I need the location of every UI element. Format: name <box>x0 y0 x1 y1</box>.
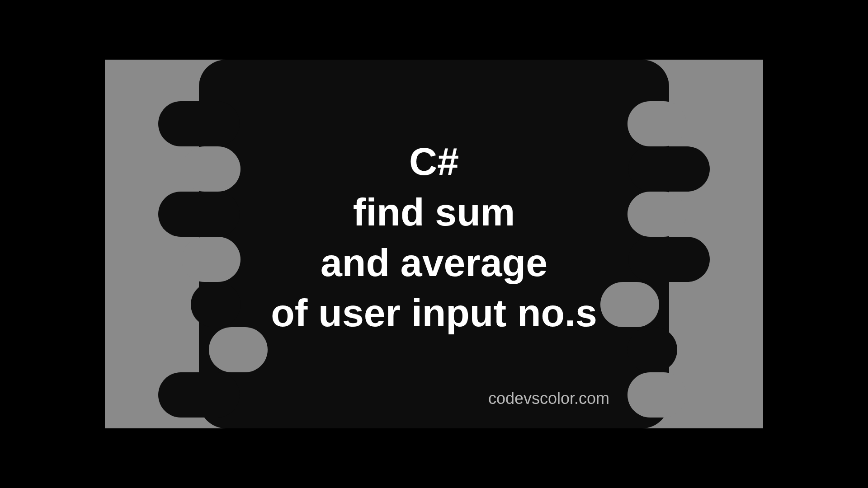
title-line-3: and average <box>105 238 763 288</box>
shape-bump <box>158 372 240 418</box>
title-line-2: find sum <box>105 187 763 238</box>
watermark: codevscolor.com <box>488 389 609 408</box>
banner-container: C# find sum and average of user input no… <box>105 60 763 428</box>
title-text: C# find sum and average of user input no… <box>105 136 763 338</box>
shape-notch <box>627 372 686 418</box>
title-line-4: of user input no.s <box>105 288 763 338</box>
title-line-1: C# <box>105 136 763 187</box>
